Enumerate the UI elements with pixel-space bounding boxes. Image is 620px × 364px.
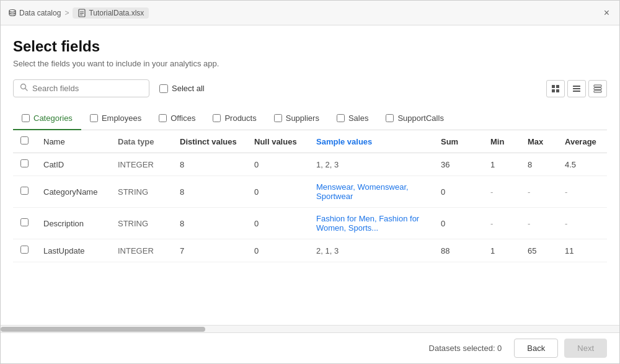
list-view-button[interactable]	[567, 80, 586, 97]
select-all-checkbox[interactable]	[159, 84, 168, 93]
breadcrumb-separator: >	[64, 9, 69, 17]
tab-sales-checkbox[interactable]	[337, 114, 345, 122]
search-box[interactable]	[13, 79, 149, 97]
row-sum: 88	[433, 239, 483, 262]
page-title: Select fields	[13, 38, 607, 55]
header-sum: Sum	[433, 130, 483, 153]
row-sample: 1, 2, 3	[309, 153, 433, 176]
tab-suppliers[interactable]: Suppliers	[265, 107, 328, 130]
svg-rect-12	[594, 91, 601, 92]
grid-view-button[interactable]	[546, 80, 565, 97]
search-icon	[20, 83, 29, 94]
breadcrumb-home-label: Data catalog	[19, 9, 61, 17]
scroll-thumb[interactable]	[1, 327, 205, 332]
row-type: INTEGER	[110, 153, 172, 176]
row-sample: Fashion for Men, Fashion for Women, Spor…	[309, 208, 433, 239]
detail-view-button[interactable]	[588, 80, 607, 97]
row-type: INTEGER	[110, 239, 172, 262]
tab-suppliers-label: Suppliers	[286, 113, 319, 123]
tab-employees-label: Employees	[102, 113, 141, 123]
tab-suppliers-checkbox[interactable]	[274, 114, 282, 122]
row-null: 0	[247, 176, 309, 208]
close-button[interactable]: ×	[601, 5, 612, 21]
tab-sales[interactable]: Sales	[328, 107, 378, 130]
row-check[interactable]	[13, 239, 36, 262]
table-row: CatID INTEGER 8 0 1, 2, 3 36 1 8 4.5	[13, 153, 607, 176]
row-null: 0	[247, 153, 309, 176]
breadcrumb-file[interactable]: TutorialData.xlsx	[73, 7, 149, 19]
row-min: -	[483, 176, 520, 208]
row-avg: 4.5	[557, 153, 607, 176]
row-avg: -	[557, 176, 607, 208]
select-all-text: Select all	[172, 84, 205, 93]
next-button[interactable]: Next	[564, 339, 607, 358]
tab-products[interactable]: Products	[204, 107, 265, 130]
header-datatype: Data type	[110, 130, 172, 153]
file-icon	[78, 9, 86, 17]
tab-supportcalls[interactable]: SupportCalls	[377, 107, 452, 130]
svg-rect-11	[594, 87, 601, 89]
header-name: Name	[36, 130, 110, 153]
table-row: LastUpdate INTEGER 7 0 2, 1, 3 88 1 65 1…	[13, 239, 607, 262]
titlebar: Data catalog > TutorialData.xlsx ×	[1, 1, 619, 25]
row-check[interactable]	[13, 208, 36, 239]
header-distinct: Distinct values	[172, 130, 247, 153]
tab-categories-checkbox[interactable]	[22, 114, 30, 122]
row-distinct: 8	[172, 176, 247, 208]
main-content: Select fields Select the fields you want…	[1, 25, 619, 325]
row-min: 1	[483, 153, 520, 176]
row-checkbox[interactable]	[20, 218, 29, 226]
row-name: CatID	[36, 153, 110, 176]
view-icons	[546, 80, 607, 97]
tab-products-checkbox[interactable]	[213, 114, 221, 122]
tab-offices-label: Offices	[170, 113, 195, 123]
breadcrumb-home[interactable]: Data catalog	[8, 9, 61, 17]
row-max: -	[520, 208, 557, 239]
tab-sales-label: Sales	[348, 113, 369, 123]
row-sample: Menswear, Womenswear, Sportwear	[309, 176, 433, 208]
fields-table: Name Data type Distinct values Null valu…	[13, 130, 607, 262]
table-row: CategoryName STRING 8 0 Menswear, Womens…	[13, 176, 607, 208]
svg-rect-4	[556, 85, 559, 88]
search-input[interactable]	[32, 84, 143, 93]
row-distinct: 7	[172, 239, 247, 262]
tab-offices[interactable]: Offices	[150, 107, 204, 130]
tab-products-label: Products	[224, 113, 256, 123]
row-sum: 36	[433, 153, 483, 176]
row-checkbox[interactable]	[20, 159, 29, 167]
footer: Datasets selected: 0 Back Next	[1, 332, 619, 363]
breadcrumb: Data catalog > TutorialData.xlsx	[8, 7, 601, 19]
header-sample: Sample values	[309, 130, 433, 153]
tab-employees-checkbox[interactable]	[90, 114, 98, 122]
svg-rect-9	[573, 91, 580, 92]
select-all-label[interactable]: Select all	[159, 84, 205, 93]
svg-rect-5	[552, 89, 555, 92]
tab-categories[interactable]: Categories	[13, 107, 81, 130]
svg-rect-6	[556, 89, 559, 92]
tab-employees[interactable]: Employees	[81, 107, 150, 130]
toolbar: Select all	[13, 79, 607, 97]
row-checkbox[interactable]	[20, 246, 29, 254]
horizontal-scrollbar[interactable]	[1, 325, 619, 332]
database-icon	[8, 9, 17, 17]
header-max: Max	[520, 130, 557, 153]
header-check	[13, 130, 36, 153]
svg-rect-8	[573, 88, 580, 89]
table-container: Name Data type Distinct values Null valu…	[1, 130, 619, 325]
row-check[interactable]	[13, 176, 36, 208]
tab-offices-checkbox[interactable]	[159, 114, 167, 122]
tab-supportcalls-checkbox[interactable]	[386, 114, 394, 122]
row-checkbox[interactable]	[20, 187, 29, 195]
svg-rect-3	[552, 85, 555, 88]
page-subtitle: Select the fields you want to include in…	[13, 59, 607, 68]
row-null: 0	[247, 239, 309, 262]
tab-categories-label: Categories	[33, 113, 73, 123]
tab-supportcalls-label: SupportCalls	[397, 113, 443, 123]
datasets-selected-label: Datasets selected: 0	[429, 344, 502, 353]
table-select-all-checkbox[interactable]	[20, 136, 29, 144]
back-button[interactable]: Back	[514, 339, 558, 358]
row-check[interactable]	[13, 153, 36, 176]
row-null: 0	[247, 208, 309, 239]
tabs: Categories Employees Offices Products Su…	[13, 107, 607, 130]
row-distinct: 8	[172, 208, 247, 239]
